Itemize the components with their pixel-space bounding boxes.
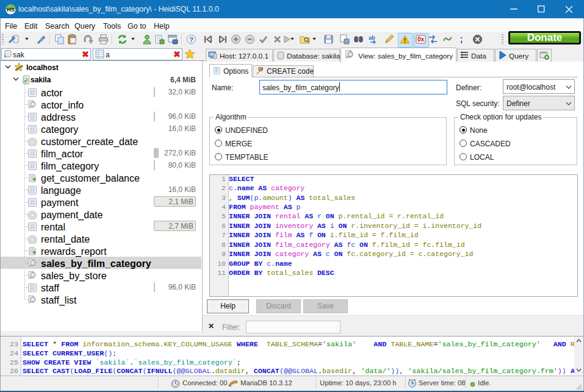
svg-text:0x: 0x: [417, 36, 425, 43]
svg-text:HS: HS: [7, 7, 15, 13]
svg-text:?: ?: [189, 36, 193, 43]
svg-text:ab: ab: [369, 35, 375, 41]
svg-text:;: ;: [460, 34, 463, 44]
